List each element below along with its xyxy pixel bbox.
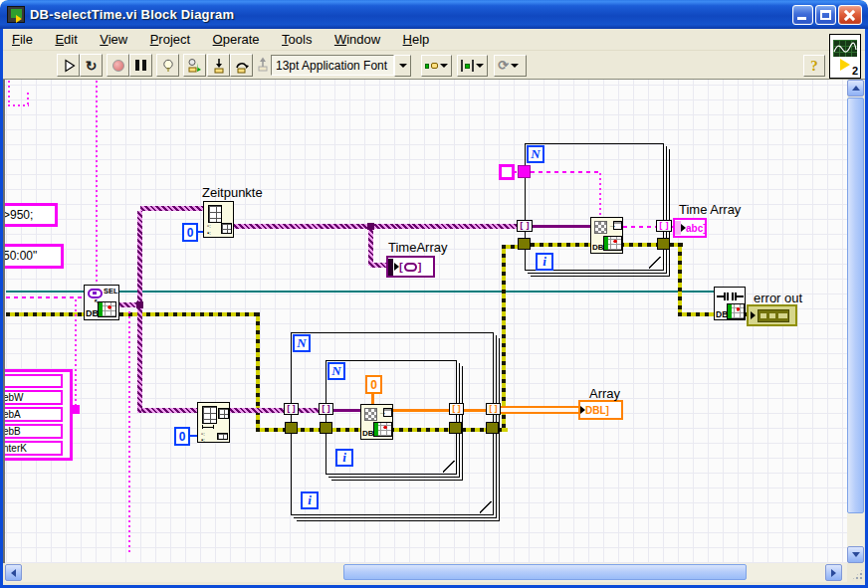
time-array-indicator[interactable]: abc]: [673, 218, 707, 238]
string-wire: [27, 93, 29, 106]
tunnel-error[interactable]: [449, 422, 462, 434]
vertical-scrollbar-thumb[interactable]: [847, 98, 864, 513]
numeric-constant[interactable]: 0: [174, 427, 190, 446]
string-constant-empty[interactable]: [499, 164, 515, 180]
run-button[interactable]: [57, 54, 80, 77]
distribute-objects-button[interactable]: [457, 55, 488, 77]
index-array-node[interactable]: ▫: ▪:: [197, 402, 230, 443]
reorder-button[interactable]: ⟳: [494, 55, 527, 77]
arrow-icon: →: [608, 221, 616, 230]
align-objects-button[interactable]: [421, 55, 452, 77]
index-glyphs: ▫:: [207, 223, 211, 229]
tunnel-auto-index[interactable]: []: [449, 403, 464, 415]
tunnel-error[interactable]: [320, 422, 332, 434]
loop-iteration-terminal[interactable]: i: [335, 449, 353, 467]
string-constant[interactable]: >950;: [5, 203, 58, 227]
close-button[interactable]: [838, 5, 862, 25]
maximize-button[interactable]: [815, 5, 836, 25]
cluster-array-wire: [137, 211, 142, 413]
loop-fold: [443, 461, 455, 473]
chevron-down-icon: [852, 552, 860, 557]
menu-edit[interactable]: Edit: [46, 29, 86, 51]
node-label[interactable]: Zeitpunkte: [202, 185, 263, 200]
tunnel-auto-index[interactable]: []: [656, 220, 672, 232]
pause-button[interactable]: [129, 54, 152, 77]
font-selector[interactable]: 13pt Application Font: [271, 55, 394, 76]
indicator-arrow-icon: [751, 311, 756, 319]
dither-icon: [594, 221, 607, 234]
indicator-label[interactable]: Array: [589, 386, 620, 401]
menu-operate[interactable]: Operate: [204, 29, 269, 51]
arrow-icon: ↖: [94, 297, 101, 306]
scroll-down-button[interactable]: [847, 546, 864, 563]
chevron-down-icon: [440, 64, 448, 68]
context-help-button[interactable]: ?: [803, 55, 825, 77]
error-wire: [6, 312, 84, 316]
tunnel-auto-index[interactable]: []: [284, 403, 299, 415]
time-array-local-variable[interactable]: []: [386, 256, 435, 278]
array-element[interactable]: ebA: [5, 407, 63, 422]
indicator-label[interactable]: error out: [754, 291, 802, 305]
tunnel-auto-index[interactable]: []: [517, 220, 533, 232]
block-diagram-canvas[interactable]: N i N i N i [] [] [] [] [] [] 0 0 0 >950…: [5, 80, 847, 563]
cluster-array-wire: [140, 206, 204, 211]
db-fetch-vi[interactable]: → DB: [590, 217, 623, 254]
db-close-vi[interactable]: DB: [714, 287, 746, 320]
index-array-node[interactable]: ▫: ▪:: [203, 201, 234, 238]
minimize-button[interactable]: [792, 5, 813, 25]
menu-file[interactable]: File: [3, 29, 42, 51]
string-wire: [128, 311, 130, 553]
step-over-icon: [234, 58, 250, 74]
highlight-execution-button[interactable]: [156, 54, 179, 77]
local-variable-label[interactable]: TimeArray: [388, 240, 447, 255]
indicator-label[interactable]: Time Array: [679, 202, 741, 217]
error-out-indicator[interactable]: [747, 304, 797, 326]
chevron-right-icon: [831, 569, 836, 577]
loop-iteration-terminal[interactable]: i: [301, 491, 319, 509]
db-fetch-vi[interactable]: → DB: [360, 404, 393, 440]
abort-button[interactable]: [107, 54, 129, 77]
numeric-constant[interactable]: 0: [182, 223, 198, 242]
step-into-button[interactable]: [207, 54, 230, 77]
scroll-up-button[interactable]: [847, 80, 864, 97]
menu-window[interactable]: Window: [326, 29, 389, 51]
menu-project[interactable]: Project: [141, 29, 199, 51]
menu-tools[interactable]: Tools: [273, 29, 321, 51]
array-element[interactable]: ebW: [5, 390, 63, 405]
loop-count-terminal[interactable]: N: [327, 362, 345, 380]
array-element[interactable]: ebB: [5, 424, 63, 439]
font-selector-dropdown-button[interactable]: [394, 55, 411, 77]
db-select-vi[interactable]: SEL ↖ DB: [84, 285, 119, 320]
run-continuously-button[interactable]: ↻: [80, 54, 103, 77]
step-over-button[interactable]: [230, 54, 253, 77]
string-wire: [75, 299, 77, 409]
loop-iteration-terminal[interactable]: i: [536, 253, 553, 271]
scroll-right-button[interactable]: [825, 564, 842, 581]
tunnel-auto-index[interactable]: []: [319, 403, 333, 415]
loop-count-terminal[interactable]: N: [527, 145, 544, 163]
numeric-constant[interactable]: 0: [365, 375, 382, 394]
menu-view[interactable]: View: [91, 29, 136, 51]
array-element[interactable]: [5, 374, 63, 388]
tunnel-error[interactable]: [518, 238, 531, 250]
error-wire: [678, 243, 682, 316]
diagram-left-edge: [3, 80, 5, 563]
title-bar[interactable]: DB-selectTime.vi Block Diagram: [0, 0, 868, 29]
array-element[interactable]: nterK: [5, 441, 63, 456]
array-grid-icon: [202, 406, 217, 424]
tunnel-auto-index[interactable]: []: [486, 403, 501, 415]
tunnel-error[interactable]: [285, 422, 298, 434]
menu-help[interactable]: Help: [394, 29, 439, 51]
tunnel-string[interactable]: [518, 165, 531, 178]
tunnel-error[interactable]: [486, 422, 499, 434]
horizontal-scrollbar-thumb[interactable]: [343, 564, 747, 580]
vi-icon-button[interactable]: 2: [829, 34, 861, 79]
tunnel-error[interactable]: [657, 238, 670, 250]
string-wire: [8, 104, 29, 106]
loop-count-terminal[interactable]: N: [293, 334, 311, 352]
run-continuously-icon: ↻: [86, 58, 98, 74]
scroll-left-button[interactable]: [5, 564, 22, 581]
retain-wire-values-button[interactable]: [183, 54, 206, 77]
string-constant[interactable]: 50:00": [5, 244, 64, 269]
dbl-array-indicator[interactable]: DBL]: [578, 400, 623, 420]
